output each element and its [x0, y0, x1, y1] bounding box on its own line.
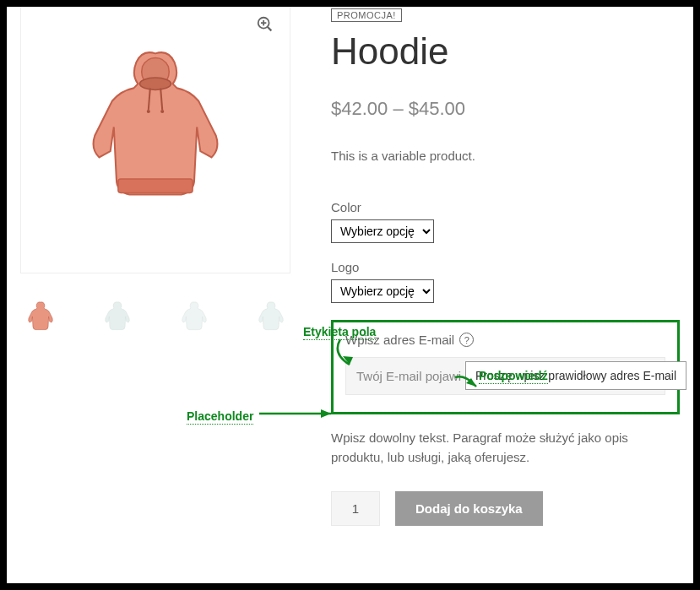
email-field-label: Wpisz adres E-mail [345, 333, 454, 347]
promo-badge: PROMOCJA! [331, 8, 402, 22]
hoodie-illustration [69, 41, 242, 214]
product-title: Hoodie [331, 30, 680, 73]
zoom-icon[interactable] [256, 15, 274, 34]
svg-line-5 [268, 27, 272, 31]
svg-point-11 [147, 110, 150, 113]
product-thumbnails [20, 295, 290, 338]
thumbnail-1[interactable] [20, 295, 60, 338]
color-label: Color [331, 200, 680, 214]
short-description: This is a variable product. [331, 149, 680, 163]
thumbnail-2[interactable] [97, 295, 137, 338]
price-range: $42.00 – $45.00 [331, 98, 680, 120]
product-main-image[interactable] [20, 7, 290, 273]
logo-select[interactable]: Wybierz opcję [331, 279, 434, 303]
tooltip: Proszę wpisz prawidłowy adres E-mail [465, 361, 686, 390]
email-field-box: Wpisz adres E-mail ? Proszę wpisz prawid… [331, 320, 680, 414]
svg-rect-13 [118, 179, 193, 192]
svg-point-12 [160, 110, 164, 113]
thumbnail-4[interactable] [251, 295, 290, 338]
svg-point-8 [140, 78, 171, 89]
quantity-input[interactable] [331, 491, 380, 526]
logo-label: Logo [331, 260, 680, 274]
add-to-cart-button[interactable]: Dodaj do koszyka [395, 491, 543, 526]
help-icon[interactable]: ? [459, 333, 474, 347]
thumbnail-3[interactable] [174, 295, 214, 338]
color-select[interactable]: Wybierz opcję [331, 219, 434, 243]
paragraph-text: Wpisz dowolny tekst. Paragraf może służy… [331, 428, 680, 468]
